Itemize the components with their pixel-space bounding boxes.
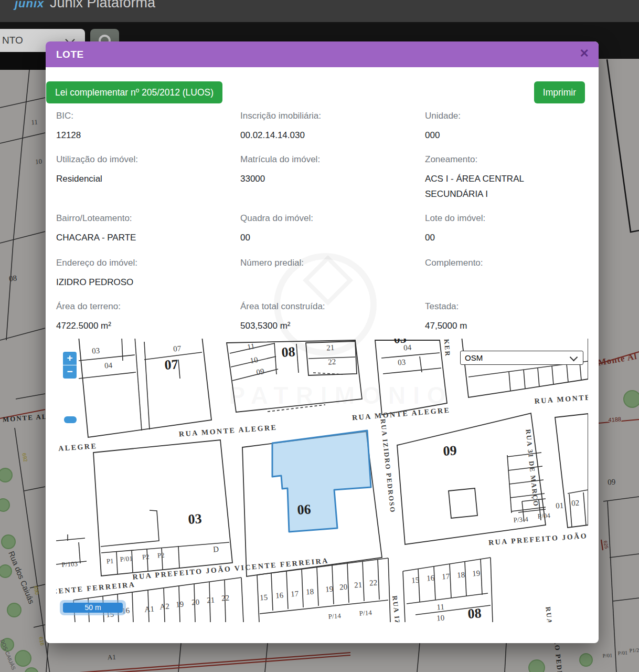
- lot-label: 03: [92, 346, 100, 355]
- lot-label: D: [213, 545, 219, 554]
- field-value: 000: [425, 128, 603, 143]
- lot-label: P/01: [120, 554, 133, 563]
- field-area-terreno: Área do terreno:4722.5000 m²: [56, 301, 235, 333]
- lot-label: 15: [260, 593, 268, 602]
- field-lote: Lote do imóvel:00: [425, 213, 603, 245]
- field-label: Quadra do imóvel:: [240, 213, 419, 224]
- field-label: Lote do imóvel:: [425, 213, 603, 224]
- modal-title: LOTE: [56, 49, 84, 60]
- field-value: 00: [425, 230, 603, 245]
- layer-select-value: OSM: [465, 353, 483, 362]
- field-value: 47,5000 m: [425, 318, 603, 333]
- field-label: Endereço do imóvel:: [56, 257, 235, 269]
- field-testada: Testada:47,5000 m: [425, 301, 603, 333]
- layer-select[interactable]: OSM: [460, 351, 583, 365]
- lot-label: A2: [159, 602, 169, 611]
- block-label: 03: [188, 511, 202, 527]
- field-label: Área total construída:: [240, 301, 419, 312]
- field-value: 33000: [240, 171, 419, 186]
- map-attribution-toggle[interactable]: [64, 416, 77, 423]
- field-label: Inscrição imobiliária:: [240, 110, 419, 122]
- lot-label: 21: [326, 343, 335, 352]
- lot-label: 07: [173, 344, 182, 353]
- street-label: KER: [443, 339, 452, 357]
- lot-label: P/103: [61, 560, 78, 569]
- app-logo: junix: [15, 0, 44, 10]
- law-button[interactable]: Lei complementar nº 205/2012 (LUOS): [46, 81, 222, 103]
- field-label: Bairro/Loteamento:: [56, 213, 235, 224]
- lot-label: 22: [369, 579, 378, 587]
- lot-label: P1: [106, 557, 114, 565]
- lot-label: 21: [207, 596, 215, 605]
- block-label: 07: [164, 356, 178, 372]
- lot-label: 01: [556, 501, 564, 510]
- field-label: Complemento:: [425, 257, 603, 269]
- app-header: junix Junix Plataforma: [0, 0, 639, 22]
- lot-label: 04: [104, 361, 113, 370]
- field-value: 00.02.14.14.030: [240, 128, 419, 143]
- field-numero: Número predial:: [240, 257, 419, 275]
- print-button[interactable]: Imprimir: [534, 81, 585, 103]
- field-area-construida: Área total construída:503,5300 m²: [240, 301, 419, 333]
- lot-label: 04: [403, 343, 412, 352]
- zoom-in-button[interactable]: +: [63, 352, 77, 365]
- lot-label: 11: [436, 603, 445, 612]
- lot-label: 11: [247, 342, 255, 351]
- lot-label: 19: [472, 569, 481, 578]
- zoom-out-button[interactable]: −: [63, 365, 77, 379]
- lot-label: 22: [328, 358, 336, 366]
- scale-bar: 50 m: [60, 600, 126, 615]
- lot-label: P/14: [359, 608, 372, 617]
- scale-label: 50 m: [63, 603, 123, 613]
- block-label: 08: [467, 605, 482, 621]
- field-zoneamento: Zoneamento:ACS I - ÁREA CENTRAL SECUNDÁR…: [425, 154, 603, 202]
- lot-label: 02: [571, 499, 580, 508]
- lot-label: 10: [436, 614, 445, 622]
- close-icon[interactable]: ✕: [580, 47, 589, 60]
- lot-label: P/14: [328, 612, 341, 621]
- search-type-value: NTO: [2, 35, 23, 46]
- field-value: 12128: [56, 128, 235, 143]
- lot-map[interactable]: 03 04 07 07 11 10 09 08 21 22 05 04 03 0…: [56, 339, 588, 622]
- field-label: Utilização do imóvel:: [56, 154, 235, 165]
- field-label: Testada:: [425, 301, 603, 312]
- lot-label: 15: [411, 576, 420, 585]
- block-label: 06: [297, 501, 311, 517]
- field-utilizacao: Utilização do imóvel:Residencial: [56, 154, 235, 186]
- lot-label: A1: [144, 604, 154, 613]
- lot-label: P/3-4: [513, 515, 529, 524]
- field-complemento: Complemento:: [425, 257, 603, 275]
- lot-label: P2: [142, 553, 150, 561]
- field-label: Área do terreno:: [56, 301, 235, 312]
- field-label: Unidade:: [425, 110, 603, 122]
- lot-label: 16: [275, 591, 284, 600]
- lot-label: 20: [191, 598, 200, 607]
- modal-header: LOTE ✕: [46, 41, 599, 67]
- street-label: RUA: [544, 606, 553, 622]
- field-value: 4722.5000 m²: [56, 318, 235, 333]
- field-inscricao: Inscrição imobiliária:00.02.14.14.030: [240, 110, 419, 143]
- field-value: 00: [240, 230, 419, 245]
- block-label: 09: [443, 443, 457, 458]
- lot-label: 22: [221, 594, 230, 603]
- lote-modal: LOTE ✕ Lei complementar nº 205/2012 (LUO…: [46, 41, 599, 643]
- lot-label: P2: [157, 551, 165, 560]
- lot-label: 16: [427, 573, 435, 582]
- lot-label: P/04: [537, 511, 550, 520]
- map-building: [449, 488, 477, 518]
- lot-label: 19: [325, 585, 334, 594]
- block-label: 08: [281, 344, 295, 360]
- field-label: Número predial:: [240, 257, 419, 269]
- field-matricula: Matrícula do imóvel:33000: [240, 154, 419, 186]
- app-title: Junix Plataforma: [50, 0, 155, 11]
- field-value: IZIDRO PEDROSO: [56, 275, 235, 290]
- field-value: Residencial: [56, 171, 235, 186]
- field-value: 503,5300 m²: [240, 318, 419, 333]
- field-unidade: Unidade:000: [425, 110, 603, 143]
- lot-label: 18: [457, 571, 465, 580]
- cadastral-map: 03 04 07 07 11 10 09 08 21 22 05 04 03 0…: [56, 339, 588, 622]
- field-bic: BIC:12128: [56, 110, 235, 143]
- lot-label: 21: [354, 581, 363, 590]
- field-endereco: Endereço do imóvel:IZIDRO PEDROSO: [56, 257, 235, 290]
- lot-label: 18: [306, 587, 314, 596]
